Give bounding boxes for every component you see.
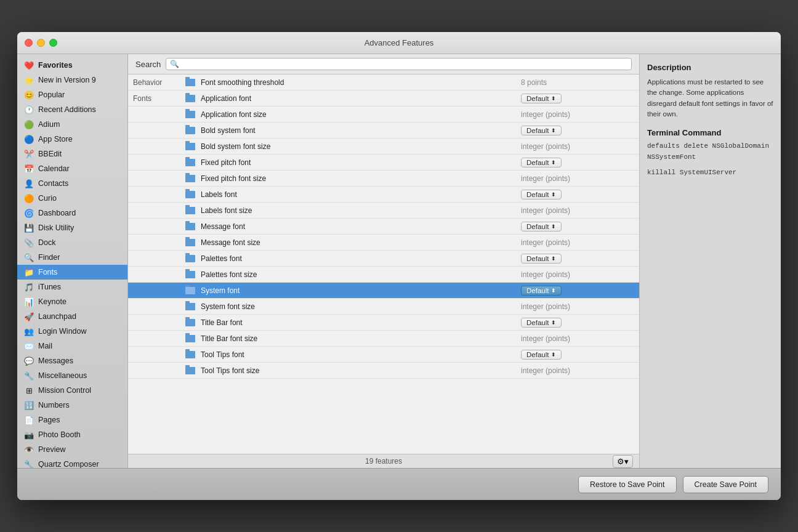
sidebar-item-recent-additions[interactable]: 🕐 Recent Additions (17, 102, 127, 117)
sidebar-item-mission-control[interactable]: ⊞ Mission Control (17, 383, 127, 398)
default-dropdown[interactable]: Default ⬍ (521, 222, 562, 232)
sidebar-item-dock[interactable]: 📎 Dock (17, 235, 127, 250)
row-category (128, 353, 183, 357)
sidebar-item-curio[interactable]: 🟠 Curio (17, 191, 127, 206)
sidebar-item-label: Quartz Composer (38, 460, 99, 468)
row-name: Labels font size (197, 204, 516, 217)
table-row-selected[interactable]: System font Default ⬍ (128, 283, 639, 299)
create-save-point-button[interactable]: Create Save Point (683, 476, 768, 493)
miscellaneous-icon: 🔧 (23, 370, 34, 381)
sidebar-item-label: Recent Additions (38, 105, 96, 114)
sidebar-item-mail[interactable]: ✉️ Mail (17, 339, 127, 353)
search-input-wrapper[interactable]: 🔍 (166, 58, 632, 70)
default-dropdown[interactable]: Default ⬍ (521, 286, 562, 296)
table-row[interactable]: Message font Default ⬍ (128, 219, 639, 235)
gear-button[interactable]: ⚙▾ (613, 455, 633, 468)
sidebar-item-fonts[interactable]: 📁 Fonts (17, 265, 127, 280)
maximize-button[interactable] (49, 39, 57, 47)
app-store-icon: 🔵 (23, 134, 34, 145)
default-dropdown[interactable]: Default ⬍ (521, 94, 562, 103)
table-row[interactable]: Behavior Font smoothing threshold 8 poin… (128, 75, 639, 91)
sidebar-item-messages[interactable]: 💬 Messages (17, 353, 127, 368)
row-name: Labels font (197, 188, 516, 201)
sidebar-item-label: Calendar (38, 164, 70, 173)
row-value: integer (points) (516, 332, 639, 345)
sidebar-item-login-window[interactable]: 👥 Login Window (17, 324, 127, 339)
close-button[interactable] (25, 39, 33, 47)
default-dropdown[interactable]: Default ⬍ (521, 350, 562, 360)
sidebar-item-numbers[interactable]: 🔢 Numbers (17, 398, 127, 413)
row-value: integer (points) (516, 172, 639, 185)
traffic-lights (25, 39, 57, 47)
table-row[interactable]: Tool Tips font size integer (points) (128, 363, 639, 379)
sidebar-item-new-in-v9[interactable]: ⭐ New in Version 9 (17, 73, 127, 87)
row-value: integer (points) (516, 140, 639, 153)
default-dropdown[interactable]: Default ⬍ (521, 126, 562, 135)
table-row[interactable]: Fonts Application font Default ⬍ (128, 91, 639, 107)
table-row[interactable]: Bold system font Default ⬍ (128, 123, 639, 139)
main-content: Search 🔍 Behavior Font smoothing thresho… (128, 54, 639, 468)
sidebar-item-photo-booth[interactable]: 📷 Photo Booth (17, 427, 127, 442)
sidebar-item-dashboard[interactable]: 🌀 Dashboard (17, 206, 127, 220)
table-row[interactable]: Labels font Default ⬍ (128, 187, 639, 203)
row-name: Bold system font size (197, 140, 516, 153)
gear-icon: ⚙ (617, 457, 624, 466)
restore-save-point-button[interactable]: Restore to Save Point (578, 476, 677, 493)
row-value: Default ⬍ (516, 156, 639, 169)
table-row[interactable]: Message font size integer (points) (128, 235, 639, 251)
description-text: Applications must be restarted to see th… (647, 77, 773, 119)
table-row[interactable]: Title Bar font size integer (points) (128, 331, 639, 347)
table-row[interactable]: Application font size integer (points) (128, 107, 639, 123)
table-row[interactable]: Title Bar font Default ⬍ (128, 315, 639, 331)
row-category (128, 129, 183, 132)
table-row[interactable]: Palettes font size integer (points) (128, 267, 639, 283)
sidebar-item-miscellaneous[interactable]: 🔧 Miscellaneous (17, 368, 127, 383)
sidebar-item-app-store[interactable]: 🔵 App Store (17, 132, 127, 147)
sidebar-item-quartz-composer[interactable]: 🔧 Quartz Composer (17, 457, 127, 468)
row-name: Message font (197, 220, 516, 233)
default-dropdown[interactable]: Default ⬍ (521, 254, 562, 264)
row-value: Default ⬍ (516, 316, 639, 329)
sidebar-item-contacts[interactable]: 👤 Contacts (17, 176, 127, 191)
table-row[interactable]: Bold system font size integer (points) (128, 139, 639, 155)
table-row[interactable]: Palettes font Default ⬍ (128, 251, 639, 267)
sidebar-item-launchpad[interactable]: 🚀 Launchpad (17, 309, 127, 324)
dock-icon: 📎 (23, 237, 34, 248)
sidebar-item-disk-utility[interactable]: 💾 Disk Utility (17, 220, 127, 235)
sidebar-item-popular[interactable]: 😊 Popular (17, 87, 127, 102)
sidebar-item-keynote[interactable]: 📊 Keynote (17, 294, 127, 309)
mail-icon: ✉️ (23, 341, 34, 352)
sidebar-item-label: Pages (38, 416, 60, 424)
sidebar-item-bbedit[interactable]: ✂️ BBEdit (17, 147, 127, 161)
sidebar-item-preview[interactable]: 👁️ Preview (17, 442, 127, 457)
numbers-icon: 🔢 (23, 400, 34, 411)
row-name: System font size (197, 300, 516, 313)
table-row[interactable]: Fixed pitch font size integer (points) (128, 171, 639, 187)
sidebar-item-itunes[interactable]: 🎵 iTunes (17, 280, 127, 294)
sidebar-item-label: Favorites (38, 61, 73, 70)
chevron-down-icon: ⬍ (551, 191, 556, 198)
row-folder-icon (183, 143, 197, 150)
table-row[interactable]: System font size integer (points) (128, 299, 639, 315)
sidebar-item-finder[interactable]: 🔍 Finder (17, 250, 127, 265)
table-row[interactable]: Labels font size integer (points) (128, 203, 639, 219)
row-folder-icon (183, 367, 197, 374)
default-dropdown[interactable]: Default ⬍ (521, 190, 562, 200)
launchpad-icon: 🚀 (23, 311, 34, 322)
sidebar-item-adium[interactable]: 🟢 Adium (17, 117, 127, 132)
disk-utility-icon: 💾 (23, 222, 34, 233)
row-category (128, 225, 183, 228)
minimize-button[interactable] (37, 39, 45, 47)
table-row[interactable]: Tool Tips font Default ⬍ (128, 347, 639, 363)
sidebar-item-calendar[interactable]: 📅 Calendar (17, 161, 127, 176)
sidebar-item-pages[interactable]: 📄 Pages (17, 413, 127, 427)
row-category (128, 305, 183, 308)
row-value: integer (points) (516, 108, 639, 121)
row-folder-icon (183, 207, 197, 214)
sidebar-item-favorites[interactable]: ❤️ Favorites (17, 58, 127, 73)
table-row[interactable]: Fixed pitch font Default ⬍ (128, 155, 639, 171)
row-folder-icon (183, 223, 197, 230)
search-input[interactable] (182, 60, 627, 68)
default-dropdown[interactable]: Default ⬍ (521, 158, 562, 167)
default-dropdown[interactable]: Default ⬍ (521, 318, 562, 328)
